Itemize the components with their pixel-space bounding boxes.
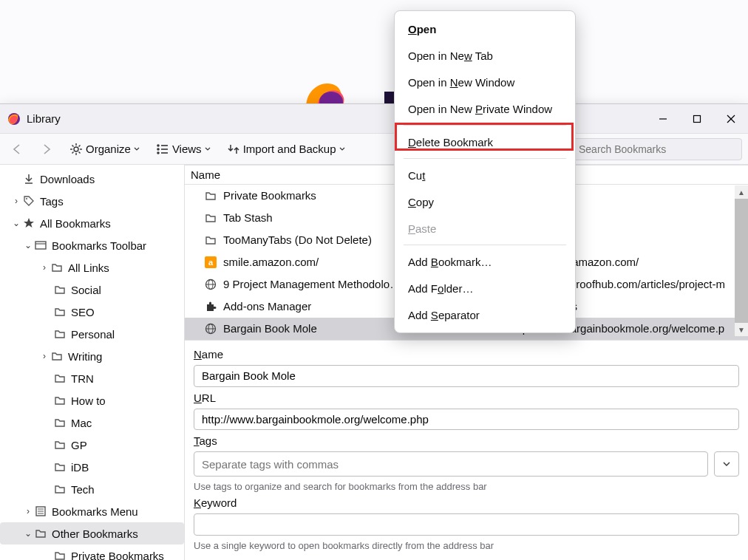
- cm-open-new-window[interactable]: Open in New Window: [395, 69, 575, 95]
- folder-icon: [53, 372, 67, 385]
- sidebar-label: All Bookmarks: [40, 217, 111, 230]
- keyword-field[interactable]: [194, 513, 739, 536]
- item-name: 9 Project Management Methodolo…: [223, 278, 401, 290]
- library-window: Library Organize Views Import and Backup: [0, 103, 748, 560]
- item-name: Bargain Book Mole: [223, 322, 317, 335]
- cm-delete-bookmark[interactable]: Delete Bookmark: [395, 129, 575, 155]
- cm-add-folder[interactable]: Add Folder…: [395, 275, 575, 301]
- twisty-icon[interactable]: ›: [38, 262, 50, 273]
- cm-cut[interactable]: Cut: [395, 162, 575, 188]
- chevron-down-icon: [722, 460, 731, 468]
- chevron-down-icon: [205, 146, 211, 152]
- sidebar-label: Personal: [71, 328, 115, 341]
- import-backup-menu-button[interactable]: Import and Backup: [222, 140, 350, 159]
- views-menu-button[interactable]: Views: [152, 140, 215, 159]
- sidebar-item-writing[interactable]: ›Writing: [0, 345, 184, 367]
- close-button[interactable]: [714, 104, 748, 134]
- puzzle-icon: [204, 300, 217, 313]
- folder-icon: [204, 211, 217, 225]
- item-name: smile.amazon.com/: [223, 256, 319, 268]
- folder-icon: [204, 233, 217, 247]
- sidebar-label: SEO: [71, 306, 95, 318]
- chevron-down-icon: [134, 146, 140, 152]
- back-button[interactable]: [6, 140, 28, 159]
- folder-icon: [53, 394, 67, 407]
- sidebar-label: Social: [71, 284, 101, 296]
- sidebar-label: Private Bookmarks: [71, 550, 164, 561]
- forward-button[interactable]: [35, 140, 58, 159]
- folder-icon: [50, 261, 64, 274]
- sidebar-item-howto[interactable]: How to: [0, 389, 184, 412]
- cm-copy[interactable]: Copy: [395, 188, 575, 215]
- url-field[interactable]: [194, 409, 739, 431]
- url-label: URL: [194, 392, 739, 404]
- sidebar-item-bookmarks-toolbar[interactable]: ⌄ Bookmarks Toolbar: [0, 234, 184, 256]
- twisty-icon[interactable]: ⌄: [10, 218, 22, 228]
- sidebar-item-social[interactable]: Social: [0, 279, 184, 301]
- tags-hint: Use tags to organize and search for book…: [194, 481, 739, 492]
- minimize-button[interactable]: [646, 104, 680, 134]
- item-name: Tab Stash: [223, 211, 273, 224]
- body: Downloads › Tags ⌄ All Bookmarks ⌄ Bookm…: [0, 165, 748, 560]
- sidebar-item-mac[interactable]: Mac: [0, 412, 184, 434]
- item-name: Private Bookmarks: [223, 189, 316, 202]
- sidebar-item-private-bookmarks[interactable]: Private Bookmarks: [0, 544, 184, 560]
- svg-point-18: [157, 148, 159, 150]
- svg-line-13: [79, 151, 81, 153]
- sidebar-label: Bookmarks Menu: [52, 505, 138, 518]
- sidebar-item-personal[interactable]: Personal: [0, 323, 184, 345]
- search-wrap: [571, 138, 742, 160]
- scroll-up-icon[interactable]: ▲: [735, 185, 748, 199]
- svg-point-20: [157, 152, 159, 154]
- sidebar-label: GP: [71, 439, 87, 451]
- twisty-icon[interactable]: ›: [10, 196, 22, 206]
- svg-line-14: [79, 145, 81, 146]
- cm-open-private-window[interactable]: Open in New Private Window: [395, 95, 575, 122]
- cm-separator: [404, 125, 566, 126]
- twisty-icon[interactable]: ⌄: [22, 528, 34, 539]
- scroll-thumb[interactable]: [735, 199, 748, 323]
- twisty-icon[interactable]: ›: [38, 351, 50, 361]
- cm-add-bookmark[interactable]: Add Bookmark…: [395, 248, 575, 275]
- details-pane: Name URL Tags Use tags to organize and s…: [185, 340, 748, 560]
- cm-add-separator[interactable]: Add Separator: [395, 301, 575, 328]
- sidebar-label: iDB: [71, 461, 89, 474]
- chevron-down-icon: [339, 146, 345, 152]
- sidebar-label: Downloads: [40, 173, 95, 185]
- window-title: Library: [27, 112, 61, 125]
- sidebar-label: Other Bookmarks: [52, 527, 138, 540]
- twisty-icon[interactable]: ›: [22, 506, 34, 516]
- maximize-button[interactable]: [680, 104, 714, 134]
- sidebar-item-idb[interactable]: iDB: [0, 456, 184, 478]
- cm-open-new-tab[interactable]: Open in New Tab: [395, 42, 575, 69]
- folder-icon: [204, 189, 217, 202]
- import-export-icon: [227, 143, 240, 156]
- cm-open[interactable]: Open: [395, 16, 575, 42]
- twisty-icon[interactable]: ⌄: [22, 240, 34, 250]
- tags-field[interactable]: [194, 451, 708, 477]
- sidebar-item-gp[interactable]: GP: [0, 434, 184, 456]
- sidebar: Downloads › Tags ⌄ All Bookmarks ⌄ Bookm…: [0, 165, 185, 560]
- sidebar-item-bookmarks-menu[interactable]: ›Bookmarks Menu: [0, 500, 184, 522]
- sidebar-item-all-bookmarks[interactable]: ⌄ All Bookmarks: [0, 212, 184, 234]
- search-input[interactable]: [571, 138, 742, 160]
- folder-icon: [53, 283, 67, 296]
- toolbar: Organize Views Import and Backup: [0, 134, 748, 165]
- gear-icon: [69, 143, 83, 156]
- organize-menu-button[interactable]: Organize: [65, 140, 144, 159]
- folder-icon: [53, 460, 67, 474]
- tags-expand-button[interactable]: [714, 451, 739, 477]
- sidebar-item-other-bookmarks[interactable]: ⌄Other Bookmarks: [0, 522, 184, 544]
- sidebar-item-all-links[interactable]: › All Links: [0, 256, 184, 279]
- sidebar-item-trn[interactable]: TRN: [0, 367, 184, 389]
- folder-icon: [53, 327, 67, 341]
- svg-line-12: [72, 145, 74, 146]
- sidebar-item-tags[interactable]: › Tags: [0, 190, 184, 212]
- sidebar-item-seo[interactable]: SEO: [0, 301, 184, 323]
- scroll-down-icon[interactable]: ▼: [735, 323, 748, 336]
- sidebar-item-tech[interactable]: Tech: [0, 478, 184, 500]
- list-scrollbar[interactable]: ▲ ▼: [735, 185, 748, 336]
- sidebar-item-downloads[interactable]: Downloads: [0, 168, 184, 190]
- name-field[interactable]: [194, 365, 739, 387]
- views-label: Views: [172, 143, 202, 155]
